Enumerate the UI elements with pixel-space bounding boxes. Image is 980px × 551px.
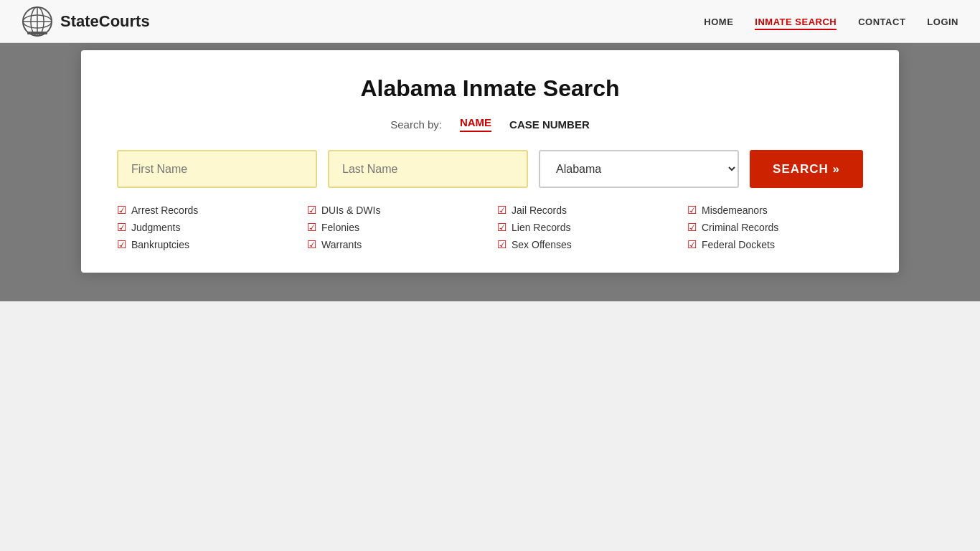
nav-inmate-search[interactable]: INMATE SEARCH bbox=[755, 15, 837, 28]
check-icon: ☑ bbox=[687, 204, 697, 217]
check-icon: ☑ bbox=[117, 221, 126, 234]
record-type-item: ☑Lien Records bbox=[497, 221, 673, 234]
record-type-item: ☑Warrants bbox=[307, 238, 483, 251]
first-name-input[interactable] bbox=[117, 150, 317, 188]
search-card-title: Alabama Inmate Search bbox=[117, 75, 863, 102]
check-icon: ☑ bbox=[497, 238, 507, 251]
search-tabs: Search by: NAME CASE NUMBER bbox=[117, 116, 863, 132]
check-icon: ☑ bbox=[497, 221, 507, 234]
tab-name[interactable]: NAME bbox=[460, 116, 491, 132]
check-icon: ☑ bbox=[307, 238, 316, 251]
record-type-item: ☑Judgments bbox=[117, 221, 293, 234]
search-button[interactable]: SEARCH » bbox=[750, 150, 863, 188]
logo-icon bbox=[22, 6, 53, 37]
check-icon: ☑ bbox=[687, 238, 697, 251]
search-fields: Alabama SEARCH » bbox=[117, 150, 863, 188]
record-type-item: ☑Misdemeanors bbox=[687, 204, 863, 217]
nav-login[interactable]: LOGIN bbox=[927, 15, 958, 28]
top-navigation: StateCourts HOME INMATE SEARCH CONTACT L… bbox=[0, 0, 980, 43]
check-icon: ☑ bbox=[307, 204, 316, 217]
hero-section: COURTHOUSE StateCourts HOME INMATE SEARC… bbox=[0, 0, 980, 301]
nav-contact[interactable]: CONTACT bbox=[858, 15, 905, 28]
search-by-label: Search by: bbox=[390, 118, 442, 131]
record-type-item: ☑Felonies bbox=[307, 221, 483, 234]
check-icon: ☑ bbox=[687, 221, 697, 234]
record-type-item: ☑Bankruptcies bbox=[117, 238, 293, 251]
svg-rect-5 bbox=[27, 32, 47, 34]
record-type-item: ☑Sex Offenses bbox=[497, 238, 673, 251]
record-type-item: ☑Federal Dockets bbox=[687, 238, 863, 251]
logo-text: StateCourts bbox=[60, 12, 150, 31]
nav-home[interactable]: HOME bbox=[704, 15, 733, 28]
record-type-item: ☑Criminal Records bbox=[687, 221, 863, 234]
state-select[interactable]: Alabama bbox=[539, 150, 739, 188]
check-icon: ☑ bbox=[117, 204, 126, 217]
last-name-input[interactable] bbox=[328, 150, 528, 188]
check-icon: ☑ bbox=[117, 238, 126, 251]
tab-case-number[interactable]: CASE NUMBER bbox=[509, 118, 590, 131]
record-types: ☑Arrest Records☑DUIs & DWIs☑Jail Records… bbox=[117, 204, 863, 251]
record-type-item: ☑DUIs & DWIs bbox=[307, 204, 483, 217]
record-type-item: ☑Arrest Records bbox=[117, 204, 293, 217]
logo[interactable]: StateCourts bbox=[22, 6, 150, 37]
check-icon: ☑ bbox=[497, 204, 507, 217]
record-type-item: ☑Jail Records bbox=[497, 204, 673, 217]
check-icon: ☑ bbox=[307, 221, 316, 234]
search-card: Alabama Inmate Search Search by: NAME CA… bbox=[81, 50, 899, 273]
nav-links: HOME INMATE SEARCH CONTACT LOGIN bbox=[704, 15, 958, 28]
